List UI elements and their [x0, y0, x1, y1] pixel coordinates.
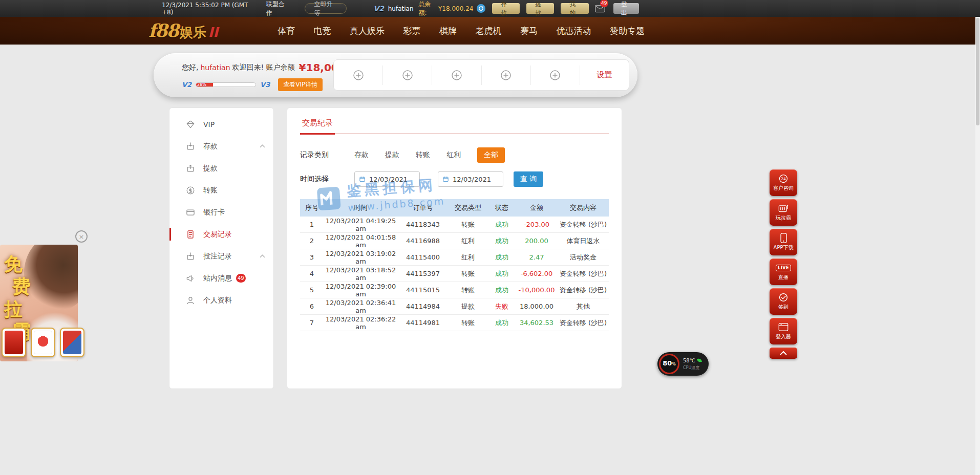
- nav-item-horse-racing[interactable]: 赛马: [520, 25, 538, 37]
- sidebar-item-label: 银行卡: [203, 208, 225, 217]
- promo-game-tile-1[interactable]: [2, 328, 26, 357]
- sidebar-item-betting-records[interactable]: 投注记录: [169, 245, 273, 267]
- vip-detail-button[interactable]: 查看VIP详情: [278, 78, 323, 91]
- promo-char: 拉: [4, 298, 31, 320]
- cell-amount: 200.00: [516, 237, 558, 245]
- mine-button[interactable]: 我的: [561, 3, 588, 14]
- quick-add-button-3[interactable]: [432, 66, 481, 85]
- table-row: 5 12/03/2021 02:39:00 am 44115015 转账 成功 …: [300, 282, 609, 298]
- dollar-transfer-icon: [185, 185, 196, 196]
- col-header-no: 序号: [300, 203, 324, 212]
- play-slots-button[interactable]: 玩拉霸: [770, 199, 797, 226]
- cell-type: 红利: [448, 236, 488, 246]
- chevron-up-icon[interactable]: [260, 254, 265, 258]
- withdraw-button[interactable]: 提款: [526, 3, 554, 14]
- browser-window-icon: [778, 322, 789, 332]
- col-header-time: 时间: [324, 203, 398, 212]
- promo-game-tile-3[interactable]: [60, 328, 84, 357]
- date-to-input[interactable]: [453, 176, 499, 183]
- date-from-field[interactable]: [354, 171, 420, 187]
- cell-amount: -203.00: [516, 221, 558, 228]
- tab-transaction-records[interactable]: 交易纪录: [300, 115, 335, 135]
- cell-content: 资金转移 (沙巴): [558, 220, 609, 229]
- cell-status: 成功: [488, 318, 516, 328]
- collapse-menu-button[interactable]: [770, 348, 797, 359]
- nav-item-slots[interactable]: 老虎机: [476, 25, 502, 37]
- site-logo[interactable]: f88 娱乐 II: [148, 20, 278, 41]
- sidebar-item-label: 提款: [203, 164, 218, 173]
- person-icon: [185, 295, 196, 306]
- cell-content: 活动奖金: [558, 253, 609, 262]
- nav-item-live-casino[interactable]: 真人娱乐: [350, 25, 385, 37]
- sidebar-item-transfer[interactable]: 转账: [169, 179, 273, 201]
- chevron-up-icon[interactable]: [260, 144, 265, 148]
- col-header-type: 交易类型: [448, 203, 488, 212]
- table-row: 7 12/03/2021 02:36:22 am 44114981 转账 成功 …: [300, 315, 609, 331]
- date-to-field[interactable]: [438, 171, 503, 187]
- app-download-button[interactable]: APP下载: [770, 229, 797, 255]
- upgrade-button[interactable]: 立即升等: [305, 3, 347, 14]
- customer-service-button[interactable]: 24 客户咨询: [770, 169, 797, 196]
- account-sidebar: VIP 存款 提款 转账 银行卡 交易记录 投注记录 站内消息 49 个人资料: [169, 107, 274, 389]
- sidebar-item-withdraw[interactable]: 提款: [169, 157, 273, 179]
- nav-item-board-games[interactable]: 棋牌: [439, 25, 457, 37]
- promo-close-icon[interactable]: ×: [75, 230, 88, 243]
- quick-actions-box: 设置: [333, 59, 629, 91]
- scrollbar-thumb[interactable]: [976, 18, 979, 125]
- refresh-balance-icon[interactable]: [477, 4, 485, 13]
- cell-order: 44115397: [398, 270, 448, 277]
- sidebar-item-deposit[interactable]: 存款: [169, 135, 273, 157]
- filter-all[interactable]: 全部: [477, 147, 505, 163]
- sidebar-item-messages[interactable]: 站内消息 49: [169, 267, 273, 289]
- filter-deposit[interactable]: 存款: [354, 150, 369, 160]
- col-header-order: 订单号: [398, 203, 448, 212]
- alliance-link[interactable]: 联盟合作: [266, 0, 290, 17]
- sidebar-item-profile[interactable]: 个人资料: [169, 289, 273, 311]
- filter-withdraw[interactable]: 提款: [385, 150, 399, 160]
- quick-add-button-4[interactable]: [482, 66, 531, 85]
- cell-content: 体育日返水: [558, 236, 609, 246]
- cell-no: 2: [300, 237, 324, 245]
- cell-status: 成功: [488, 220, 516, 229]
- nav-item-sports[interactable]: 体育: [278, 25, 295, 37]
- check-in-button[interactable]: 签到: [770, 288, 797, 315]
- cell-order: 44118343: [398, 221, 448, 228]
- message-count-badge: 49: [600, 0, 608, 7]
- table-row: 3 12/03/2021 03:19:02 am 44115400 红利 成功 …: [300, 249, 609, 266]
- filter-bonus[interactable]: 红利: [446, 150, 461, 160]
- query-button[interactable]: 查 询: [514, 171, 543, 187]
- plus-circle-icon: [451, 69, 463, 81]
- table-row: 1 12/03/2021 04:19:25 am 44118343 转账 成功 …: [300, 217, 609, 233]
- nav-item-lottery[interactable]: 彩票: [403, 25, 421, 37]
- quick-add-button-2[interactable]: [383, 66, 432, 85]
- page-scrollbar[interactable]: [975, 17, 980, 475]
- cell-type: 转账: [448, 286, 488, 295]
- bank-card-icon: [185, 207, 196, 218]
- welcome-banner: 您好, hufatian 欢迎回来! 账户余额 ¥18,000.24 V2 28…: [154, 53, 637, 97]
- svg-text:24: 24: [781, 177, 786, 181]
- nav-item-promotions[interactable]: 优惠活动: [557, 25, 591, 37]
- cell-content: 资金转移 (沙巴): [558, 269, 609, 278]
- nav-item-sponsorship[interactable]: 赞助专题: [610, 25, 645, 37]
- live-stream-button[interactable]: LIVE 直播: [770, 258, 797, 285]
- system-monitor-widget: 80% 58℃ CPU温度: [657, 352, 709, 376]
- settings-button[interactable]: 设置: [580, 66, 629, 85]
- filter-transfer[interactable]: 转账: [416, 150, 430, 160]
- login-tool-button[interactable]: 登入器: [770, 318, 797, 344]
- quick-add-button-5[interactable]: [531, 66, 580, 85]
- table-header-row: 序号 时间 订单号 交易类型 状态 金额 交易内容: [300, 199, 609, 217]
- message-envelope-icon[interactable]: 49: [595, 5, 605, 13]
- date-from-input[interactable]: [369, 176, 415, 183]
- nav-item-esports[interactable]: 电竞: [314, 25, 331, 37]
- sidebar-item-bank-card[interactable]: 银行卡: [169, 201, 273, 223]
- logout-button[interactable]: 登出: [613, 3, 639, 14]
- sidebar-item-vip[interactable]: VIP: [169, 113, 273, 135]
- sidebar-item-transaction-records[interactable]: 交易记录: [169, 223, 273, 245]
- promo-game-tile-2[interactable]: [31, 328, 55, 357]
- cell-no: 5: [300, 286, 324, 294]
- quick-add-button-1[interactable]: [334, 66, 383, 85]
- cell-order: 44115015: [398, 286, 448, 294]
- deposit-button[interactable]: 存款: [492, 3, 520, 14]
- table-row: 6 12/03/2021 02:36:41 am 44114984 提款 失败 …: [300, 298, 609, 315]
- cpu-usage-gauge: 80%: [659, 354, 679, 374]
